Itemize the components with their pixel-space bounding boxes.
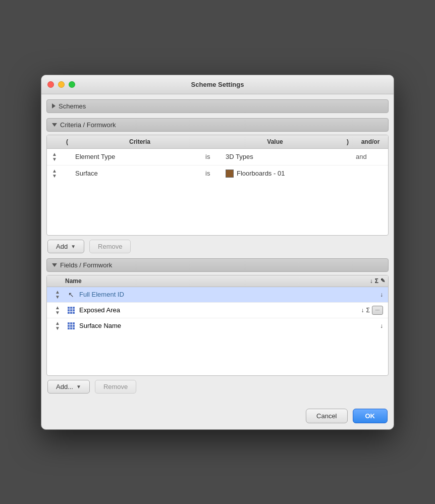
ok-button[interactable]: OK: [353, 409, 388, 423]
criteria-section: Criteria / Formwork ( Criteria Value ) a…: [46, 118, 389, 253]
frow2-sigma-icon: Σ: [366, 307, 370, 314]
row1-verb: is: [202, 152, 223, 161]
frow2-icons: ↓ Σ ···: [345, 305, 385, 315]
grid-icon-2: [68, 322, 75, 329]
th-open-paren: (: [62, 137, 72, 146]
fth-name: Name: [65, 277, 345, 285]
fields-add-button[interactable]: Add... ▼: [47, 380, 90, 394]
traffic-lights: [47, 81, 75, 88]
th-criteria: Criteria: [72, 137, 207, 146]
header-edit-icon: ✎: [380, 277, 385, 284]
row2-criteria: Surface: [72, 169, 202, 178]
grid-icon-1: [68, 307, 75, 314]
criteria-table: ( Criteria Value ) and/or ▲▼ Element Typ…: [46, 135, 389, 236]
fth-icons: ↓ Σ ✎: [345, 277, 385, 285]
frow2-sort-icon: ↓: [361, 307, 364, 314]
frow1-icons: ↓: [345, 291, 385, 299]
row1-arrows: ▲▼: [47, 151, 62, 163]
row2-andor: [353, 173, 388, 175]
header-sort-icon: ↓: [370, 277, 373, 285]
row1-andor: and: [353, 152, 388, 161]
frow3-name: Surface Name: [77, 321, 345, 330]
minimize-button[interactable]: [58, 81, 65, 88]
frow2-icon: [65, 306, 77, 315]
criteria-table-header: ( Criteria Value ) and/or: [47, 135, 388, 149]
frow2-arrows: ▲▼: [50, 305, 65, 316]
row1-value: 3D Types: [223, 152, 353, 161]
surface-color-swatch: [226, 170, 234, 178]
criteria-row-2[interactable]: ▲▼ Surface is Floorboards - 01: [47, 165, 388, 182]
frow2-name: Exposed Area: [77, 306, 345, 314]
fields-table-header: Name ↓ Σ ✎: [47, 275, 388, 287]
frow1-icon: ↖: [65, 290, 77, 299]
fields-collapse-icon: [52, 263, 57, 267]
field-row-2[interactable]: ▲▼ Exposed Area ↓ Σ ···: [47, 303, 388, 318]
fields-table: Name ↓ Σ ✎ ▲▼ ↖ Full Element ID: [46, 275, 389, 376]
schemes-section: Schemes: [46, 99, 389, 113]
window-title: Scheme Settings: [191, 81, 244, 88]
maximize-button[interactable]: [69, 81, 75, 88]
frow1-arrows: ▲▼: [50, 289, 65, 300]
th-value: Value: [207, 137, 343, 146]
schemes-section-label: Schemes: [59, 102, 86, 110]
cancel-button[interactable]: Cancel: [306, 409, 347, 423]
frow3-icons: ↓: [345, 322, 385, 330]
criteria-row-1[interactable]: ▲▼ Element Type is 3D Types and: [47, 149, 388, 165]
field-row-1[interactable]: ▲▼ ↖ Full Element ID ↓: [47, 287, 388, 303]
row2-arrows: ▲▼: [47, 167, 62, 180]
th-close-paren: ): [343, 137, 353, 146]
frow1-name: Full Element ID: [77, 290, 345, 299]
field-row-3[interactable]: ▲▼ Surface Name ↓: [47, 318, 388, 333]
fields-section: Fields / Formwork Name ↓ Σ ✎ ▲▼: [46, 258, 389, 394]
fields-add-dropdown-arrow: ▼: [76, 384, 81, 389]
schemes-section-header[interactable]: Schemes: [46, 99, 389, 113]
schemes-collapse-icon: [52, 103, 56, 108]
frow3-icon: [65, 321, 77, 330]
th-arrow: [47, 137, 62, 146]
frow1-sort-icon: ↓: [380, 291, 383, 298]
criteria-section-header[interactable]: Criteria / Formwork: [46, 118, 389, 132]
row1-open-paren: [62, 156, 72, 158]
criteria-add-button[interactable]: Add ▼: [47, 240, 84, 253]
row1-criteria: Element Type: [72, 152, 202, 161]
titlebar: Scheme Settings: [41, 75, 394, 94]
close-button[interactable]: [47, 81, 54, 88]
frow2-dots-button[interactable]: ···: [372, 306, 383, 315]
fields-section-label: Fields / Formwork: [60, 261, 112, 269]
row2-open-paren: [62, 173, 72, 175]
main-content: Schemes Criteria / Formwork ( Criteria V…: [41, 94, 394, 404]
header-sigma-icon: Σ: [375, 277, 378, 285]
criteria-remove-button[interactable]: Remove: [89, 240, 131, 253]
criteria-buttons: Add ▼ Remove: [46, 240, 389, 253]
scheme-settings-window: Scheme Settings Schemes Criteria / Formw…: [41, 75, 394, 430]
footer: Cancel OK: [41, 404, 394, 429]
row2-value: Floorboards - 01: [223, 169, 353, 179]
th-andor: and/or: [353, 137, 388, 146]
fields-section-header[interactable]: Fields / Formwork: [46, 258, 389, 272]
fields-buttons: Add... ▼ Remove: [46, 380, 389, 394]
frow3-sort-icon: ↓: [380, 322, 383, 329]
fields-remove-button[interactable]: Remove: [95, 380, 136, 394]
criteria-section-label: Criteria / Formwork: [60, 121, 116, 129]
cursor-icon: ↖: [68, 291, 74, 299]
frow3-arrows: ▲▼: [50, 320, 65, 331]
add-dropdown-arrow: ▼: [71, 244, 76, 249]
row2-verb: is: [202, 169, 223, 178]
criteria-collapse-icon: [52, 123, 57, 127]
